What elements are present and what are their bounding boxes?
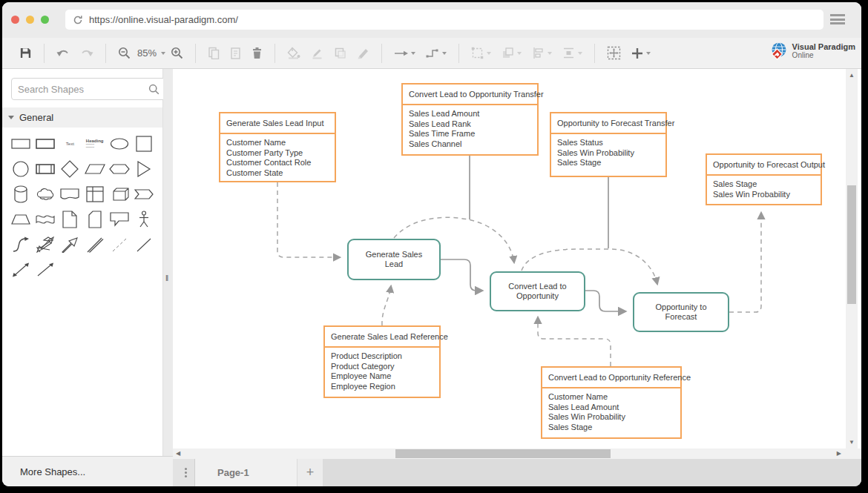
field-item: Sales Lead Amount [409, 109, 531, 119]
field-box-convert-lead-transfer[interactable]: Convert Lead to Opportunity Transfer Sal… [401, 83, 539, 156]
shape-note-icon[interactable] [59, 211, 81, 228]
arrow-style-button[interactable] [390, 46, 419, 61]
shape-trapezoid-icon[interactable] [10, 211, 32, 228]
field-box-opportunity-forecast-output[interactable]: Opportunity to Forecast Output Sales Sta… [706, 153, 822, 205]
sidebar-resize-handle[interactable]: ‖ [163, 69, 173, 456]
zoom-out-button[interactable] [114, 44, 134, 62]
field-item: Customer State [226, 168, 329, 179]
align-button[interactable] [528, 44, 556, 62]
group-button[interactable] [467, 44, 495, 62]
delete-button[interactable] [248, 44, 266, 62]
fill-color-button[interactable] [283, 44, 304, 62]
add-shape-button[interactable] [628, 44, 654, 62]
process-box-generate-sales-lead[interactable]: Generate Sales Lead [347, 239, 441, 280]
search-shapes-input[interactable] [18, 84, 148, 95]
scroll-right-icon[interactable]: ▶ [837, 449, 841, 459]
diagram-canvas[interactable]: Generate Sales Lead Input Customer Name … [173, 69, 846, 449]
field-box-generate-sales-lead-input[interactable]: Generate Sales Lead Input Customer Name … [219, 112, 336, 182]
shape-table-icon[interactable] [84, 185, 106, 203]
close-window-button[interactable] [11, 16, 19, 24]
browser-menu-icon[interactable] [830, 14, 845, 27]
shape-double-line-icon[interactable] [84, 236, 106, 254]
shape-circle-icon[interactable] [10, 160, 32, 178]
copy-button[interactable] [204, 44, 223, 62]
scroll-up-icon[interactable]: ▲ [846, 72, 858, 79]
field-box-convert-lead-reference[interactable]: Convert Lead to Opportunity Reference Cu… [541, 366, 682, 439]
line-color-button[interactable] [307, 44, 327, 62]
shape-actor-icon[interactable] [133, 211, 155, 228]
shape-rectangle-icon[interactable] [10, 135, 32, 153]
shape-block-arrow-icon[interactable] [59, 236, 81, 254]
collapse-triangle-icon [8, 116, 14, 122]
shape-triangle-icon[interactable] [133, 160, 155, 178]
visual-paradigm-logo-icon [769, 41, 789, 62]
scroll-down-icon[interactable]: ▼ [846, 439, 858, 446]
shape-style-button[interactable] [330, 44, 350, 62]
shape-cylinder-icon[interactable] [10, 185, 32, 203]
field-box-title: Convert Lead to Opportunity Reference [542, 368, 680, 388]
url-text: https://online.visual-paradigm.com/ [89, 14, 238, 25]
dataflow-reference2-to-convert [538, 317, 611, 366]
shape-callout-icon[interactable] [108, 211, 131, 228]
shape-flag-icon[interactable] [34, 211, 56, 228]
vertical-scrollbar[interactable]: ▲ ▼ [846, 69, 858, 449]
maximize-window-button[interactable] [41, 16, 49, 24]
shape-curve-icon[interactable] [10, 236, 32, 254]
scroll-left-icon[interactable]: ◀ [176, 449, 180, 459]
shape-line-icon[interactable] [133, 236, 155, 254]
shape-arrow-line-icon[interactable] [34, 261, 56, 279]
distribute-button[interactable] [559, 44, 586, 62]
shape-dashed-line-icon[interactable] [108, 236, 131, 254]
shape-palette: Text Heading–––––––– [2, 128, 162, 286]
paste-button[interactable] [226, 44, 245, 62]
search-icon [148, 84, 160, 95]
shape-document-icon[interactable] [59, 185, 81, 203]
shape-hexagon-icon[interactable] [108, 160, 131, 178]
field-box-generate-sales-lead-reference[interactable]: Generate Sales Lead Reference Product De… [323, 325, 441, 398]
shape-cube-icon[interactable] [108, 185, 131, 203]
connector-style-button[interactable] [422, 45, 450, 62]
shape-rounded-rectangle-icon[interactable] [34, 135, 56, 153]
connector-convert-to-forecast [585, 291, 625, 311]
editor-toolbar: 85% [2, 38, 861, 69]
shape-diamond-icon[interactable] [59, 160, 81, 178]
undo-button[interactable] [53, 45, 73, 62]
section-general-label: General [19, 112, 53, 123]
vertical-scrollbar-thumb[interactable] [847, 185, 856, 304]
format-painter-icon[interactable] [353, 44, 373, 62]
shape-card-icon[interactable] [84, 211, 106, 228]
shape-step-icon[interactable] [133, 185, 155, 203]
bring-forward-button[interactable] [498, 44, 525, 62]
field-box-opportunity-forecast-transfer[interactable]: Opportunity to Forecast Transfer Sales S… [550, 112, 667, 177]
shape-ellipse-icon[interactable] [108, 135, 131, 153]
address-bar[interactable]: https://online.visual-paradigm.com/ [65, 10, 823, 30]
page-menu-icon[interactable] [173, 459, 195, 486]
tab-page-1[interactable]: Page-1 [195, 459, 297, 486]
field-box-title: Opportunity to Forecast Transfer [551, 113, 665, 134]
minimize-window-button[interactable] [26, 16, 34, 24]
shape-process-icon[interactable] [34, 160, 56, 178]
process-box-convert-lead-to-opportunity[interactable]: Convert Lead to Opportunity [490, 271, 585, 311]
section-general[interactable]: General [2, 107, 162, 128]
save-button[interactable] [16, 44, 36, 62]
more-shapes-button[interactable]: More Shapes... [2, 456, 173, 486]
horizontal-scrollbar[interactable]: ◀ ▶ [173, 449, 846, 459]
shape-two-way-arrow-line-icon[interactable] [10, 261, 32, 279]
reload-icon[interactable] [73, 15, 83, 25]
add-page-button[interactable]: + [297, 459, 323, 486]
field-box-title: Opportunity to Forecast Output [707, 155, 821, 176]
fit-to-selection-button[interactable] [603, 43, 625, 63]
shape-text-icon[interactable]: Text [59, 135, 81, 153]
redo-button[interactable] [76, 45, 97, 62]
shape-heading-icon[interactable]: Heading–––––––– [84, 135, 106, 153]
field-item: Sales Channel [409, 139, 531, 150]
zoom-level-dropdown[interactable] [161, 52, 165, 57]
shape-bidirectional-arrow-icon[interactable] [34, 236, 56, 254]
field-item: Sales Win Probability [713, 190, 815, 200]
zoom-in-button[interactable] [167, 44, 187, 62]
shape-square-icon[interactable] [133, 135, 155, 153]
shape-parallelogram-icon[interactable] [84, 160, 106, 178]
shape-cloud-icon[interactable] [34, 185, 56, 203]
horizontal-scrollbar-thumb[interactable] [395, 449, 611, 458]
process-box-opportunity-to-forecast[interactable]: Opportunity to Forecast [633, 292, 729, 332]
